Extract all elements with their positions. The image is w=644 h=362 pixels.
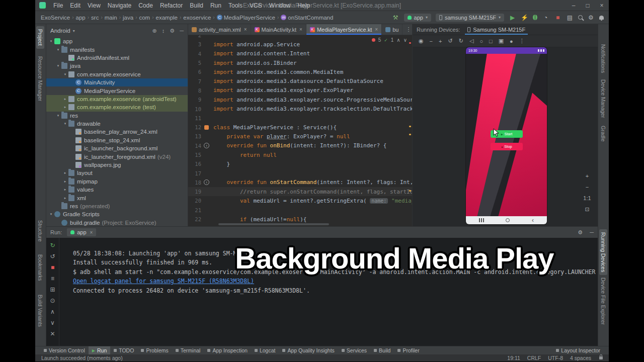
code-editor[interactable]: 23import android.app.Service4import andr… xyxy=(188,35,412,226)
breadcrumb-item-src[interactable]: src xyxy=(91,15,99,21)
tool-button-app-quality-insights[interactable]: App Quality Insights xyxy=(279,346,338,354)
stop-button[interactable]: ■ xyxy=(51,264,54,271)
tool-button-services[interactable]: Services xyxy=(338,346,370,354)
menu-vcs[interactable]: VCS xyxy=(246,2,266,9)
home-icon[interactable] xyxy=(506,218,510,222)
tree-item-mipmap[interactable]: ▸mipmap xyxy=(46,177,188,186)
override-gutter-icon[interactable]: ↑ xyxy=(204,143,209,148)
device-manager-button[interactable]: ▤ xyxy=(566,14,574,21)
rotate-right-button[interactable]: ↻ xyxy=(459,38,463,44)
zoom-in-button[interactable]: + xyxy=(583,173,592,179)
tree-item-layout[interactable]: ▸layout xyxy=(46,169,188,177)
tree-item-ic-launcher-foreground-xml-v24[interactable]: ic_launcher_foreground.xml (v24) xyxy=(46,152,188,160)
code-line-13[interactable]: 13 private var player: ExoPlayer? = null xyxy=(188,132,412,141)
zoom-fit-button[interactable]: ⊡ xyxy=(583,206,592,213)
close-tab-icon[interactable]: × xyxy=(244,27,247,32)
breadcrumb-item-app[interactable]: app xyxy=(75,15,86,21)
zoom-out-button[interactable]: − xyxy=(583,184,592,190)
tool-stripe-notifications[interactable]: Notifications xyxy=(599,41,607,76)
menu-file[interactable]: File xyxy=(50,2,66,9)
code-line-6[interactable]: 6import androidx.media3.common.MediaItem xyxy=(188,67,412,76)
logcat-link[interactable]: Open logcat panel for samsung SM-M215F (… xyxy=(73,277,598,286)
caret-position[interactable]: 19:11 xyxy=(507,355,520,361)
tree-item-res-generated[interactable]: res (generated) xyxy=(46,202,188,210)
device-mirror-screen[interactable]: 19:30 ▶ Start xyxy=(466,47,547,224)
code-line-22[interactable]: 22 if (mediaUrl!=null){ xyxy=(188,215,412,224)
breadcrumb-item-exoservice[interactable]: exoservice xyxy=(183,15,211,21)
menu-build[interactable]: Build xyxy=(186,2,207,9)
tree-item-baseline-stop-24-xml[interactable]: baseline_stop_24.xml xyxy=(46,136,188,144)
next-problem-button[interactable]: ∨ xyxy=(404,37,407,43)
code-line-5[interactable]: 5import android.os.IBinder xyxy=(188,58,412,67)
breadcrumb-item-exoservice[interactable]: ExoService xyxy=(40,15,70,21)
more-button[interactable]: ⋮ xyxy=(519,38,525,44)
zoom-reset-button[interactable]: 1:1 xyxy=(583,195,592,201)
tool-stripe-build-variants[interactable]: Build Variants xyxy=(36,292,44,330)
code-line-9[interactable]: 9import androidx.media3.exoplayer.source… xyxy=(188,95,412,104)
run-console[interactable]: 05/28 18:38:08: Launching 'app' on samsu… xyxy=(59,238,598,346)
tool-stripe-gradle[interactable]: Gradle xyxy=(599,123,607,145)
tool-stripe-running-devices[interactable]: Running Devices xyxy=(599,229,607,275)
tool-button-layout-inspector[interactable]: Layout Inspector xyxy=(552,346,604,354)
tree-item-java[interactable]: ▾java xyxy=(46,62,188,70)
editor-tab-activity-main-xml[interactable]: activity_main.xml× xyxy=(188,24,251,35)
console-options-button[interactable]: ⊞ xyxy=(50,286,55,293)
tree-item-wallpapers-jpg[interactable]: wallpapers.jpg xyxy=(46,161,188,169)
tool-button-version-control[interactable]: Version Control xyxy=(40,346,89,354)
horizontal-scrollbar[interactable] xyxy=(218,223,329,225)
screenshot-button[interactable]: ▣ xyxy=(499,38,504,44)
volume-up-button[interactable]: + xyxy=(439,38,442,44)
minimize-button[interactable]: – xyxy=(567,2,581,9)
stop-button[interactable]: ■ xyxy=(554,14,561,21)
settings-button[interactable]: ⚙ xyxy=(170,28,175,34)
close-tab-icon[interactable]: × xyxy=(375,27,378,32)
chevron-icon[interactable]: ▾ xyxy=(55,48,61,52)
tree-item-com-example-exoservice[interactable]: ▾com.example.exoservice xyxy=(46,70,188,78)
indent-indicator[interactable]: 4 spaces xyxy=(570,355,591,361)
clear-console-button[interactable]: ✕ xyxy=(50,330,55,337)
code-line-4[interactable]: 4import android.content.Intent xyxy=(188,49,412,58)
run-configuration-select[interactable]: app ▾ xyxy=(404,14,431,22)
record-button[interactable]: ● xyxy=(510,38,513,44)
editor-tab-mainactivity-kt[interactable]: KMainActivity.kt× xyxy=(251,24,306,35)
volume-down-button[interactable]: − xyxy=(430,38,433,44)
inspections-widget[interactable]: 5 ✓ 1 ∧ ∨ xyxy=(371,37,408,43)
tool-button-profiler[interactable]: Profiler xyxy=(394,346,423,354)
rerun-button[interactable]: ↻ xyxy=(50,242,55,249)
tree-item-ic-launcher-background-xml[interactable]: ic_launcher_background.xml xyxy=(46,144,188,152)
prev-problem-button[interactable]: ∧ xyxy=(396,37,400,43)
code-line-15[interactable]: 15 return null xyxy=(188,150,412,159)
maximize-button[interactable]: □ xyxy=(581,2,595,9)
editor-tab-mediaplayerservice-kt[interactable]: KMediaPlayerService.kt× xyxy=(306,24,382,35)
code-line-17[interactable]: 17 xyxy=(188,168,412,177)
device-select[interactable]: samsung SM-M215F ▾ xyxy=(436,14,504,22)
edit-configurations-button[interactable]: ≡ xyxy=(51,275,54,282)
code-line-10[interactable]: 10import androidx.media3.exoplayer.track… xyxy=(188,104,412,113)
service-gutter-icon[interactable] xyxy=(204,125,209,130)
tool-stripe-project[interactable]: Project xyxy=(36,26,44,49)
menu-window[interactable]: Window xyxy=(266,2,294,9)
tool-button-build[interactable]: Build xyxy=(370,346,394,354)
close-button[interactable]: × xyxy=(595,2,609,9)
tree-item-com-example-exoservice-test[interactable]: ▸com.example.exoservice (test) xyxy=(46,103,188,111)
breadcrumb-item-mediaplayerservice[interactable]: CMediaPlayerService xyxy=(216,15,276,21)
expand-collapse-button[interactable]: ↕ xyxy=(162,28,165,34)
select-opened-file-button[interactable]: ⊕ xyxy=(152,28,157,34)
menu-view[interactable]: View xyxy=(84,2,104,9)
code-line-19[interactable]: 19 //return super.onStartCommand(intent,… xyxy=(188,187,412,196)
rotate-left-button[interactable]: ↺ xyxy=(448,38,452,44)
chevron-icon[interactable]: ▸ xyxy=(62,171,68,175)
tool-stripe-structure[interactable]: Structure xyxy=(36,217,44,245)
encoding-indicator[interactable]: UTF-8 xyxy=(548,355,563,361)
run-tab-app[interactable]: app × xyxy=(67,228,96,236)
search-everywhere-button[interactable] xyxy=(578,15,583,20)
hide-panel-button[interactable]: ─ xyxy=(590,229,594,236)
chevron-icon[interactable]: ▸ xyxy=(62,105,68,109)
back-button[interactable]: ◁ xyxy=(469,38,473,44)
chevron-icon[interactable]: ▸ xyxy=(62,188,68,192)
code-line-7[interactable]: 7import androidx.media3.datasource.Defau… xyxy=(188,76,412,85)
breadcrumb-item-java[interactable]: java xyxy=(122,15,134,21)
tree-item-drawable[interactable]: ▾drawable xyxy=(46,120,188,128)
code-line-18[interactable]: 18↑ override fun onStartCommand(intent: … xyxy=(188,178,412,187)
tool-button-run[interactable]: ▶Run xyxy=(89,346,110,354)
